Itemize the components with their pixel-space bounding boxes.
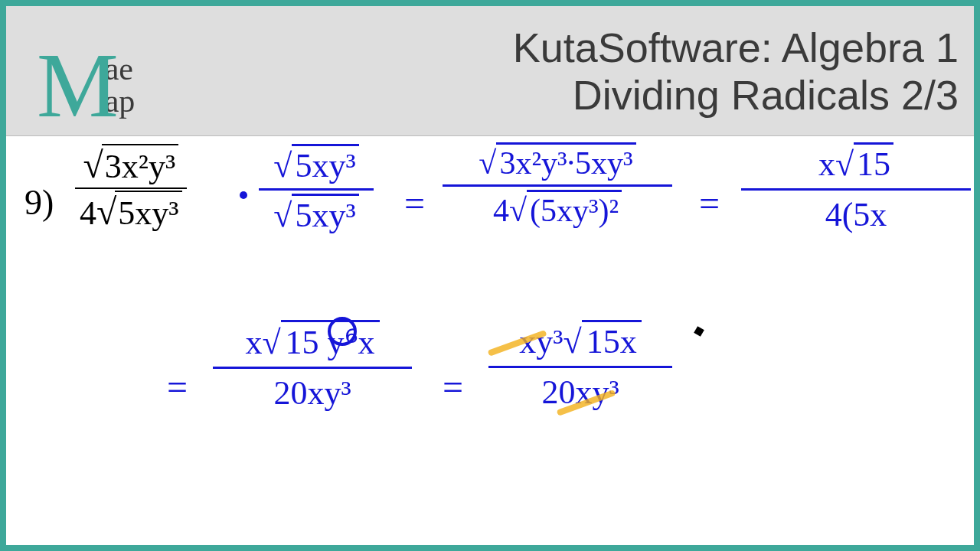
- circle-annotation: [328, 317, 357, 346]
- row2-equals-1: =: [167, 366, 188, 408]
- step3-den: 4(5x: [825, 196, 887, 233]
- step3-num-x: x: [818, 145, 835, 183]
- step2-fraction: √3x²y³·5xy³ 4√(5xy³)²: [443, 142, 672, 229]
- printed-numerator: √ 3x²y³: [78, 144, 183, 186]
- step3-fraction: x√15 4(5x: [741, 142, 971, 234]
- row2b-fraction: xy³√15x 20xy³: [488, 320, 672, 412]
- equals-2: =: [699, 182, 720, 224]
- row2a-num-x: x: [245, 324, 262, 361]
- step2-num: 3x²y³·5xy³: [496, 142, 635, 181]
- printed-num-radicand: 3x²y³: [102, 144, 178, 186]
- row2a-den: 20xy³: [213, 373, 412, 412]
- multiply-dot: [240, 191, 247, 199]
- whiteboard: 9) √ 3x²y³ 4 √ 5xy³ √5xy³ √5xy³ =: [6, 136, 974, 545]
- printed-problem: √ 3x²y³ 4 √ 5xy³: [75, 144, 187, 233]
- step2-den-rad: (5xy³)²: [527, 190, 622, 229]
- title-line-1: KutaSoftware: Algebra 1: [513, 24, 959, 71]
- title-line-2: Dividing Radicals 2/3: [513, 71, 959, 119]
- printed-frac-bar: [75, 187, 187, 189]
- row2-equals-2: =: [443, 366, 463, 408]
- equals-1: =: [404, 182, 425, 224]
- step3-num-rad: 15: [854, 142, 893, 184]
- mult-den: 5xy³: [292, 194, 358, 235]
- rationalizer-fraction: √5xy³ √5xy³: [259, 144, 374, 235]
- mult-num: 5xy³: [292, 144, 358, 185]
- step2-den-coef: 4: [493, 193, 509, 228]
- row2a-fraction: x√15 y⁶x 20xy³: [213, 320, 412, 412]
- logo: M ae ap: [37, 18, 135, 125]
- printed-denominator: 4 √ 5xy³: [75, 191, 187, 233]
- title-block: KutaSoftware: Algebra 1 Dividing Radical…: [513, 24, 959, 119]
- logo-big-letter: M: [37, 47, 119, 125]
- header-bar: M ae ap KutaSoftware: Algebra 1 Dividing…: [6, 6, 974, 136]
- printed-den-radicand: 5xy³: [115, 191, 181, 233]
- printed-den-coef: 4: [80, 194, 96, 232]
- row2b-num-rad: 15x: [582, 320, 642, 361]
- problem-number: 9): [24, 182, 54, 223]
- pen-cursor: [694, 326, 704, 337]
